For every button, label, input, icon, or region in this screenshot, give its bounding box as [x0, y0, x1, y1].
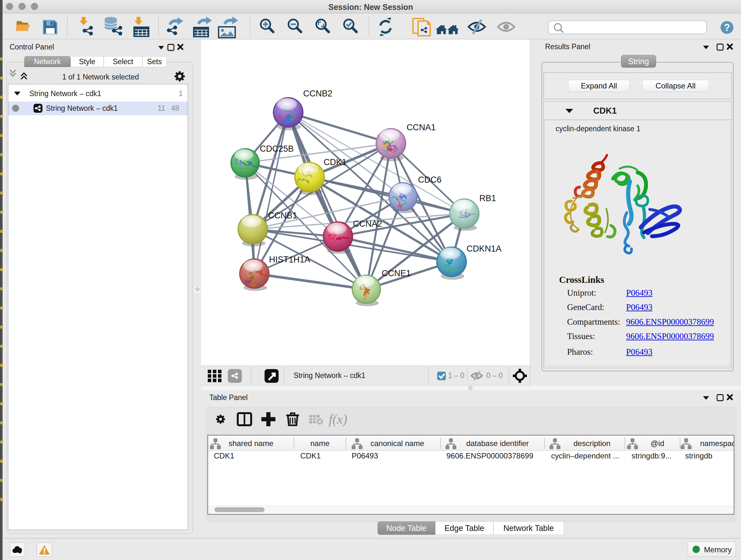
svg-text:CCNA1: CCNA1	[407, 123, 436, 132]
svg-text:f(x): f(x)	[329, 412, 347, 427]
svg-text:CCNB1: CCNB1	[268, 211, 297, 220]
svg-text:CDK1: CDK1	[324, 158, 347, 167]
svg-text:CCNE1: CCNE1	[382, 268, 411, 278]
svg-text:CDC6: CDC6	[418, 175, 442, 185]
svg-text:?: ?	[724, 22, 730, 33]
svg-text:CDKN1A: CDKN1A	[467, 244, 502, 253]
svg-text:CCNB2: CCNB2	[303, 89, 333, 98]
svg-text:CDC25B: CDC25B	[260, 144, 294, 153]
svg-text:RB1: RB1	[479, 193, 496, 203]
svg-text:HIST1H1A: HIST1H1A	[269, 255, 310, 264]
svg-text:CCNA2: CCNA2	[353, 219, 382, 229]
